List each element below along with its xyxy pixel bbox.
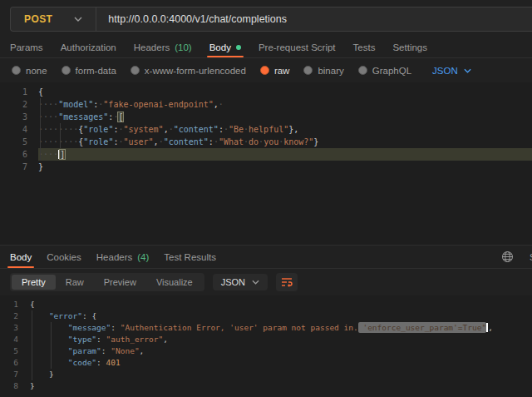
line-number: 1	[0, 299, 30, 310]
tab-authorization[interactable]: Authorization	[61, 37, 116, 57]
method-selector[interactable]: POST	[11, 13, 96, 25]
indent-guide	[32, 369, 32, 380]
response-body-editor[interactable]: 1{2 "error": {3 "message": "Authenticati…	[0, 295, 532, 397]
tab-label: Body	[209, 42, 231, 52]
radio-icon	[62, 66, 71, 75]
url-input[interactable]: http://0.0.0.0:4000/v1/chat/completions	[96, 13, 287, 25]
indent-guide	[60, 123, 61, 136]
body-type-binary[interactable]: binary	[303, 66, 343, 76]
tab-label: Settings	[392, 42, 427, 52]
body-type-none[interactable]: none	[12, 66, 47, 76]
response-tab-headers[interactable]: Headers(4)	[96, 246, 150, 268]
code-line: 4 "type": "auth_error",	[0, 334, 532, 345]
radio-label: x-www-form-urlencoded	[145, 66, 246, 76]
line-number: 5	[0, 136, 38, 148]
line-number: 3	[0, 111, 38, 123]
line-number: 2	[0, 310, 30, 322]
tab-body[interactable]: Body	[209, 37, 241, 57]
body-type-x-www-form-urlencoded[interactable]: x-www-form-urlencoded	[131, 66, 246, 76]
code-line: 2····"model":·"fake-openai-endpoint",·	[0, 98, 532, 111]
line-number: 3	[0, 322, 30, 334]
line-number: 7	[0, 161, 38, 173]
tab-label: Authorization	[61, 42, 116, 52]
body-type-form-data[interactable]: form-data	[62, 66, 116, 76]
chevron-down-icon	[252, 280, 259, 285]
body-type-graphql[interactable]: GraphQL	[358, 66, 411, 76]
view-preview[interactable]: Preview	[94, 275, 146, 290]
tab-params[interactable]: Params	[10, 37, 43, 57]
chevron-down-icon	[74, 17, 82, 22]
tab-label: Headers	[134, 42, 170, 52]
view-raw[interactable]: Raw	[56, 275, 94, 290]
code-line: 3····"messages":·[	[0, 111, 532, 123]
line-number: 1	[0, 86, 38, 98]
view-visualize[interactable]: Visualize	[146, 275, 203, 290]
line-number: 4	[0, 123, 38, 136]
indent-guide	[40, 148, 41, 161]
chevron-down-icon	[464, 68, 471, 73]
request-tabs: ParamsAuthorizationHeaders(10)BodyPre-re…	[0, 37, 532, 58]
tab-label: Params	[10, 42, 43, 52]
request-url-bar: POST http://0.0.0.0:4000/v1/chat/complet…	[10, 7, 532, 32]
body-language-label: JSON	[432, 66, 458, 76]
tab-pre-request-script[interactable]: Pre-request Script	[259, 37, 336, 57]
tab-label: Tests	[353, 42, 376, 52]
response-tab-body[interactable]: Body	[10, 246, 32, 268]
radio-label: raw	[274, 66, 290, 76]
body-type-raw[interactable]: raw	[260, 66, 290, 76]
indent-guide	[40, 111, 41, 123]
code-line: 7 }	[0, 369, 532, 380]
tab-label: Body	[10, 252, 32, 262]
tab-count-badge: (10)	[175, 42, 191, 52]
code-line: 3 "message": "Authentication Error, 'use…	[0, 322, 532, 334]
request-url-row: POST http://0.0.0.0:4000/v1/chat/complet…	[0, 0, 532, 37]
indent-guide	[51, 357, 52, 369]
radio-icon	[358, 66, 367, 75]
indent-guide	[32, 357, 32, 369]
tab-tests[interactable]: Tests	[353, 37, 376, 57]
code-line: 5 "param": "None",	[0, 345, 532, 357]
code-line: 1{	[0, 299, 532, 310]
radio-label: binary	[318, 66, 343, 76]
body-language-dropdown[interactable]: JSON	[432, 66, 471, 76]
code-line: 8}	[0, 380, 532, 392]
line-number: 8	[0, 380, 30, 392]
radio-icon	[260, 66, 269, 75]
code-line: 5········{"role":·"user",·"content":·"Wh…	[0, 136, 532, 148]
body-type-bar: noneform-datax-www-form-urlencodedrawbin…	[0, 58, 532, 82]
line-number: 7	[0, 369, 30, 380]
indent-guide	[40, 123, 41, 136]
response-tab-cookies[interactable]: Cookies	[47, 246, 81, 268]
tab-label: Headers	[96, 252, 132, 262]
indent-guide	[40, 136, 41, 148]
tab-count-badge: (4)	[137, 252, 149, 262]
line-number: 6	[0, 357, 30, 369]
indent-guide	[51, 345, 52, 357]
indent-guide	[32, 322, 32, 334]
radio-label: none	[26, 66, 47, 76]
code-line: 6 "code": 401	[0, 357, 532, 369]
response-tabs: BodyCookiesHeaders(4)Test Results	[0, 246, 532, 268]
request-body-editor[interactable]: 1{2····"model":·"fake-openai-endpoint",·…	[0, 82, 532, 245]
view-pretty[interactable]: Pretty	[12, 275, 56, 290]
tab-label: Cookies	[47, 252, 81, 262]
indent-guide	[32, 334, 32, 345]
response-toolbar: PrettyRawPreviewVisualize JSON	[0, 269, 532, 295]
line-number: 4	[0, 334, 30, 345]
body-modified-dot-icon	[236, 45, 241, 50]
radio-icon	[303, 66, 313, 75]
code-line: 1{	[0, 86, 532, 98]
tab-settings[interactable]: Settings	[392, 37, 427, 57]
radio-label: form-data	[76, 66, 116, 76]
code-line: 6····]	[0, 148, 532, 161]
response-tab-test-results[interactable]: Test Results	[164, 246, 216, 268]
code-line: 7}	[0, 161, 532, 173]
tab-headers[interactable]: Headers(10)	[134, 37, 192, 57]
method-label: POST	[24, 13, 52, 25]
indent-guide	[32, 310, 32, 322]
wrap-lines-button[interactable]	[276, 273, 298, 291]
globe-icon[interactable]	[501, 251, 514, 266]
wrap-lines-icon	[281, 277, 293, 287]
response-language-dropdown[interactable]: JSON	[213, 274, 268, 290]
indent-guide	[51, 322, 52, 334]
